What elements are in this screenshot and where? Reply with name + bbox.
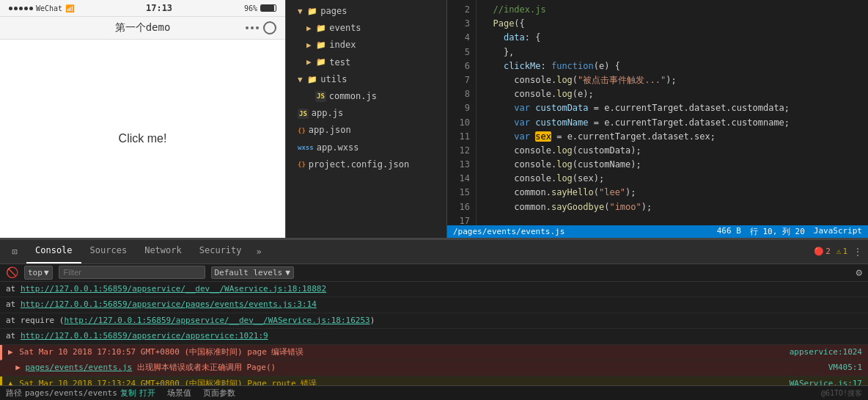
link-3[interactable]: http://127.0.0.1:56859/appservice/__dev_… xyxy=(64,316,369,325)
signal-dot-4 xyxy=(24,7,28,10)
common-js-label: common.js xyxy=(329,90,377,103)
dot-1 xyxy=(246,26,249,29)
error-count-badge: 🔴 2 xyxy=(814,247,831,256)
error-timestamp-1: Sat Mar 10 2018 17:10:57 GMT+0800 (中国标准时… xyxy=(19,347,304,357)
console-messages: at http://127.0.0.1:56859/appservice/__d… xyxy=(0,282,868,385)
tab-console[interactable]: Console xyxy=(26,240,81,263)
top-area: WeChat 📶 17:13 96% 第一个demo xyxy=(0,0,868,239)
sidebar-item-test[interactable]: ▶ 📁 test xyxy=(286,54,446,71)
error-page-link[interactable]: pages/events/events.js xyxy=(26,363,133,372)
code-editor: 2 3 4 5 6 7 8 9 10 11 12 13 14 15 16 17 … xyxy=(447,0,868,238)
console-message-4: at http://127.0.0.1:56859/appservice/app… xyxy=(0,329,868,345)
console-filter-input[interactable] xyxy=(59,266,205,279)
console-default-levels[interactable]: Default levels ▼ xyxy=(211,266,294,279)
link-4[interactable]: http://127.0.0.1:56859/appservice/appser… xyxy=(21,331,268,341)
code-line-20: common.sayGoodbye("imoo"); xyxy=(482,200,862,214)
code-line-15: console.log(customData); xyxy=(482,144,862,158)
tab-network[interactable]: Network xyxy=(136,240,191,263)
phone-nav-title: 第一个demo xyxy=(115,21,171,34)
sidebar-item-events[interactable]: ▶ 📁 events xyxy=(286,20,446,37)
app-wxss-label: app.wxss xyxy=(317,141,359,155)
test-label: test xyxy=(329,56,350,70)
sidebar-item-utils[interactable]: ▼ 📁 utils xyxy=(286,71,446,88)
devtools-cursor-icon[interactable]: ⊡ xyxy=(6,241,23,262)
folder-open-icon: ▼ 📁 xyxy=(298,5,317,18)
tab-sources[interactable]: Sources xyxy=(81,240,136,263)
copy-button[interactable]: 复制 xyxy=(120,388,136,399)
signal-dot-1 xyxy=(9,7,12,10)
highlighted-sex-word: sex xyxy=(535,131,551,142)
code-lines[interactable]: //index.js Page({ data: { }, clickMe: fu… xyxy=(477,0,868,225)
open-button[interactable]: 打开 xyxy=(139,388,155,399)
phone-nav-bar: 第一个demo xyxy=(0,17,285,40)
phone-time: 17:13 xyxy=(146,3,172,13)
record-button[interactable] xyxy=(263,21,276,34)
phone-nav-actions xyxy=(246,21,276,34)
code-position: 行 10, 列 20 xyxy=(750,226,805,237)
code-language: JavaScript xyxy=(814,226,862,237)
phone-content: Click me! xyxy=(0,40,285,238)
console-msg-text-4: at http://127.0.0.1:56859/appservice/app… xyxy=(6,331,268,341)
error-icon: 🔴 xyxy=(814,247,824,256)
sidebar-item-app-wxss[interactable]: wxss app.wxss xyxy=(286,139,446,156)
sidebar-item-project-config[interactable]: {} project.config.json xyxy=(286,156,446,173)
warning-triangle-icon: ▲ xyxy=(8,379,13,385)
watermark: @61TO!搜客 xyxy=(821,388,862,399)
gear-icon[interactable]: ⚙ xyxy=(856,266,862,278)
click-me-label: Click me! xyxy=(119,132,167,145)
devtools-right-icons: 🔴 2 ⚠ 1 ⋮ xyxy=(814,247,862,257)
phone-status-right: 96% xyxy=(244,4,276,12)
console-warning-1: WAService.js:17 ▲ Sat Mar 10 2018 17:13:… xyxy=(0,377,868,385)
code-content: 2 3 4 5 6 7 8 9 10 11 12 13 14 15 16 17 … xyxy=(447,0,868,225)
phone-status-left: WeChat 📶 xyxy=(9,4,74,12)
code-status-bar: /pages/events/events.js 466 B 行 10, 列 20… xyxy=(447,225,868,238)
error-source-link-1[interactable]: appservice:1024 xyxy=(790,346,862,359)
wxss-file-icon: wxss xyxy=(298,142,314,153)
code-line-4: Page({ xyxy=(482,17,862,31)
carrier-label: WeChat xyxy=(36,4,62,12)
file-tree: ▼ 📁 pages ▶ 📁 events ▶ 📁 index ▶ 📁 test … xyxy=(286,0,447,238)
battery-fill xyxy=(261,5,274,11)
devtools-menu-icon[interactable]: ⋮ xyxy=(853,247,862,257)
sidebar-item-index[interactable]: ▶ 📁 index xyxy=(286,37,446,54)
link-1[interactable]: http://127.0.0.1:56859/appservice/__dev_… xyxy=(21,284,326,294)
battery-icon xyxy=(260,4,276,12)
console-msg-text-1: at http://127.0.0.1:56859/appservice/__d… xyxy=(6,284,326,294)
code-line-10: console.log(e); xyxy=(482,87,862,101)
console-msg-text-3: at require (http://127.0.0.1:56859/appse… xyxy=(6,316,375,325)
code-line-5: data: { xyxy=(482,31,862,45)
phone-status-bar: WeChat 📶 17:13 96% xyxy=(0,0,285,17)
block-icon[interactable]: 🚫 xyxy=(6,266,18,278)
warning-source-link-1[interactable]: WAService.js:17 xyxy=(790,378,862,385)
signal-dot-2 xyxy=(14,7,18,10)
battery-percent: 96% xyxy=(244,4,257,12)
code-line-6: }, xyxy=(482,46,862,59)
field-value-label[interactable]: 场景值 xyxy=(167,388,191,399)
devtools-more-icon[interactable]: » xyxy=(251,244,268,260)
pages-label: pages xyxy=(320,4,347,18)
folder-icon: ▶ 📁 xyxy=(306,22,326,35)
app-js-label: app.js xyxy=(312,106,343,120)
sidebar-item-common-js[interactable]: JS common.js xyxy=(286,88,446,105)
tab-security[interactable]: Security xyxy=(191,240,251,263)
sidebar-item-app-js[interactable]: JS app.js xyxy=(286,105,446,122)
console-error-1: appservice:1024 ▶ Sat Mar 10 2018 17:10:… xyxy=(0,345,868,361)
sidebar-item-pages[interactable]: ▼ 📁 pages xyxy=(286,3,446,20)
code-line-19: common.sayHello("lee"); xyxy=(482,186,862,200)
code-line-3: //index.js xyxy=(482,3,862,17)
phone-signal-dots xyxy=(9,7,33,10)
error-sub-source-link-1[interactable]: VM405:1 xyxy=(828,362,862,374)
events-label: events xyxy=(329,21,361,35)
console-message-1: at http://127.0.0.1:56859/appservice/__d… xyxy=(0,282,868,298)
page-params-label[interactable]: 页面参数 xyxy=(203,388,235,399)
link-2[interactable]: http://127.0.0.1:56859/appservice/pages/… xyxy=(21,299,317,309)
console-msg-text-2: at http://127.0.0.1:56859/appservice/pag… xyxy=(6,299,317,309)
console-top-select[interactable]: top ▼ xyxy=(24,266,53,280)
route-path-value: pages/events/events xyxy=(25,388,117,398)
folder-icon: ▶ 📁 xyxy=(306,39,326,52)
json-file-icon: {} xyxy=(298,159,306,170)
sidebar-item-app-json[interactable]: {} app.json xyxy=(286,122,446,139)
more-dots-icon[interactable] xyxy=(246,26,259,29)
route-label: 路径 xyxy=(6,388,22,399)
project-config-label: project.config.json xyxy=(309,158,409,172)
